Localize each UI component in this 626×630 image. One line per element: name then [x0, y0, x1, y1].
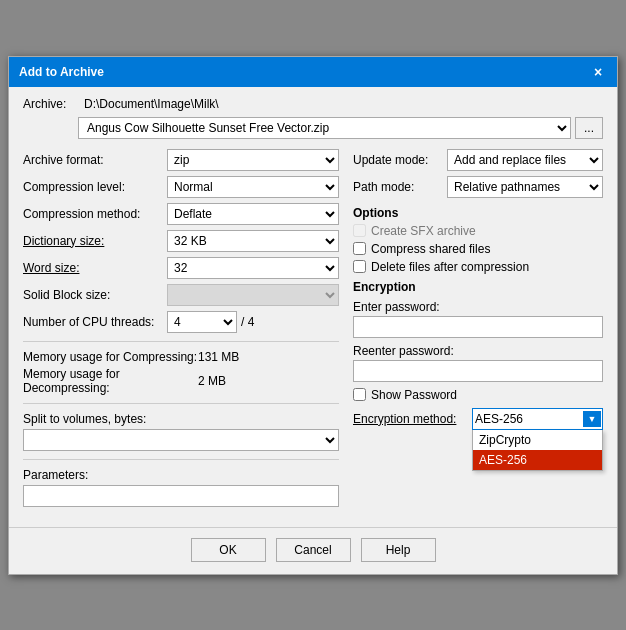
encryption-method-select[interactable]: AES-256: [472, 408, 603, 430]
split-select[interactable]: [23, 429, 339, 451]
update-mode-label: Update mode:: [353, 153, 443, 167]
archive-path: D:\Document\Image\Milk\: [84, 97, 219, 111]
close-button[interactable]: ×: [589, 63, 607, 81]
compression-level-row: Compression level: Normal: [23, 176, 339, 198]
cancel-button[interactable]: Cancel: [276, 538, 351, 562]
dropdown-item-zipcrypto[interactable]: ZipCrypto: [473, 430, 602, 450]
params-label: Parameters:: [23, 468, 339, 482]
enter-password-input[interactable]: [353, 316, 603, 338]
reenter-password-label: Reenter password:: [353, 344, 603, 358]
split-label: Split to volumes, bytes:: [23, 412, 339, 426]
word-size-label: Word size:: [23, 261, 163, 275]
dialog-footer: OK Cancel Help: [9, 527, 617, 574]
compression-method-row: Compression method: Deflate: [23, 203, 339, 225]
update-mode-row: Update mode: Add and replace files Updat…: [353, 149, 603, 171]
left-column: Archive format: zip 7z tar Compression l…: [23, 149, 339, 507]
browse-button[interactable]: ...: [575, 117, 603, 139]
encryption-method-wrapper: AES-256 ▼ ZipCrypto AES-256: [472, 408, 603, 430]
show-password-row: Show Password: [353, 388, 603, 402]
archive-label: Archive:: [23, 97, 78, 111]
dictionary-size-row: Dictionary size: 32 KB: [23, 230, 339, 252]
delete-after-row: Delete files after compression: [353, 260, 603, 274]
cpu-threads-control: 4 / 4: [167, 311, 254, 333]
ok-button[interactable]: OK: [191, 538, 266, 562]
reenter-password-input[interactable]: [353, 360, 603, 382]
create-sfx-label: Create SFX archive: [371, 224, 476, 238]
memory-decompress-label: Memory usage for Decompressing:: [23, 367, 198, 395]
options-title: Options: [353, 206, 603, 220]
encryption-title: Encryption: [353, 280, 603, 294]
cpu-threads-row: Number of CPU threads: 4 / 4: [23, 311, 339, 333]
dialog-body: Archive: D:\Document\Image\Milk\ Angus C…: [9, 87, 617, 517]
word-size-select[interactable]: 32: [167, 257, 339, 279]
update-mode-select[interactable]: Add and replace files Update and add fil…: [447, 149, 603, 171]
compress-shared-label: Compress shared files: [371, 242, 490, 256]
solid-block-size-row: Solid Block size:: [23, 284, 339, 306]
encryption-method-label: Encryption method:: [353, 412, 468, 426]
title-bar: Add to Archive ×: [9, 57, 617, 87]
archive-select-row: Angus Cow Silhouette Sunset Free Vector.…: [78, 117, 603, 139]
solid-block-size-label: Solid Block size:: [23, 288, 163, 302]
archive-format-label: Archive format:: [23, 153, 163, 167]
encryption-dropdown-list: ZipCrypto AES-256: [472, 430, 603, 471]
compression-method-label: Compression method:: [23, 207, 163, 221]
dictionary-size-select[interactable]: 32 KB: [167, 230, 339, 252]
add-to-archive-dialog: Add to Archive × Archive: D:\Document\Im…: [8, 56, 618, 575]
dialog-title: Add to Archive: [19, 65, 104, 79]
path-mode-row: Path mode: Relative pathnames Full pathn…: [353, 176, 603, 198]
compression-method-select[interactable]: Deflate: [167, 203, 339, 225]
show-password-label: Show Password: [371, 388, 457, 402]
cpu-max: / 4: [241, 315, 254, 329]
create-sfx-checkbox: [353, 224, 366, 237]
compress-shared-row: Compress shared files: [353, 242, 603, 256]
memory-decompress-row: Memory usage for Decompressing: 2 MB: [23, 367, 339, 395]
archive-format-select[interactable]: zip 7z tar: [167, 149, 339, 171]
encryption-section: Encryption Enter password: Reenter passw…: [353, 280, 603, 430]
word-size-row: Word size: 32: [23, 257, 339, 279]
path-mode-select[interactable]: Relative pathnames Full pathnames: [447, 176, 603, 198]
params-input[interactable]: [23, 485, 339, 507]
main-columns: Archive format: zip 7z tar Compression l…: [23, 149, 603, 507]
archive-format-row: Archive format: zip 7z tar: [23, 149, 339, 171]
delete-after-label: Delete files after compression: [371, 260, 529, 274]
encryption-method-row: Encryption method: AES-256 ▼ ZipCrypto A…: [353, 408, 603, 430]
options-section: Options Create SFX archive Compress shar…: [353, 206, 603, 274]
compress-shared-checkbox[interactable]: [353, 242, 366, 255]
show-password-checkbox[interactable]: [353, 388, 366, 401]
enter-password-label: Enter password:: [353, 300, 603, 314]
memory-compress-label: Memory usage for Compressing:: [23, 350, 198, 364]
create-sfx-row: Create SFX archive: [353, 224, 603, 238]
dropdown-item-aes256[interactable]: AES-256: [473, 450, 602, 470]
archive-path-row: Archive: D:\Document\Image\Milk\: [23, 97, 603, 111]
compression-level-select[interactable]: Normal: [167, 176, 339, 198]
archive-filename-select[interactable]: Angus Cow Silhouette Sunset Free Vector.…: [78, 117, 571, 139]
right-column: Update mode: Add and replace files Updat…: [353, 149, 603, 507]
memory-compress-row: Memory usage for Compressing: 131 MB: [23, 350, 339, 364]
cpu-threads-label: Number of CPU threads:: [23, 315, 163, 329]
dictionary-size-label: Dictionary size:: [23, 234, 163, 248]
solid-block-size-select: [167, 284, 339, 306]
path-mode-label: Path mode:: [353, 180, 443, 194]
memory-decompress-value: 2 MB: [198, 374, 226, 388]
cpu-threads-select[interactable]: 4: [167, 311, 237, 333]
delete-after-checkbox[interactable]: [353, 260, 366, 273]
help-button[interactable]: Help: [361, 538, 436, 562]
memory-compress-value: 131 MB: [198, 350, 239, 364]
compression-level-label: Compression level:: [23, 180, 163, 194]
